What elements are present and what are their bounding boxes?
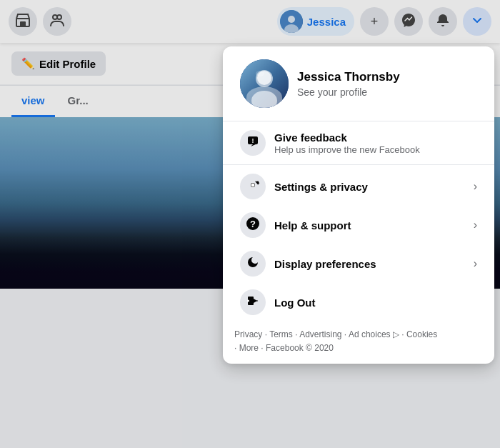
display-icon-container	[240, 251, 266, 277]
terms-link[interactable]: Terms	[269, 329, 293, 339]
dropdown-item-feedback[interactable]: ! Give feedback Help us improve the new …	[229, 124, 489, 161]
help-chevron: ›	[474, 219, 477, 232]
svg-point-11	[251, 91, 277, 108]
feedback-icon-container: !	[240, 130, 266, 156]
logout-icon	[246, 294, 260, 312]
svg-rect-20	[253, 300, 258, 301]
logout-title: Log Out	[274, 297, 477, 309]
logout-icon-container	[240, 289, 266, 315]
dropdown-see-profile: See your profile	[297, 86, 400, 98]
svg-point-19	[247, 299, 249, 302]
help-icon-container: ?	[240, 212, 266, 238]
settings-icon-container	[240, 174, 266, 199]
more-link[interactable]: More	[239, 343, 259, 353]
feedback-subtitle: Help us improve the new Facebook	[274, 144, 477, 155]
moon-icon	[246, 255, 260, 273]
help-icon: ?	[246, 216, 260, 234]
gear-icon	[246, 178, 260, 196]
divider-after-profile	[223, 121, 494, 121]
settings-chevron: ›	[474, 180, 477, 193]
advertising-link[interactable]: Advertising	[299, 329, 341, 339]
feedback-icon: !	[246, 134, 260, 152]
dropdown-item-settings[interactable]: Settings & privacy ›	[229, 168, 489, 205]
settings-title: Settings & privacy	[274, 181, 465, 193]
dropdown-item-logout[interactable]: Log Out	[229, 284, 489, 321]
ad-choices-link[interactable]: Ad choices ▷	[349, 329, 399, 339]
svg-point-10	[257, 71, 271, 85]
dropdown-menu: Jessica Thornsby See your profile ! Give…	[223, 46, 494, 364]
display-title: Display preferences	[274, 258, 465, 270]
svg-rect-9	[240, 59, 289, 108]
svg-point-12	[256, 71, 264, 76]
help-title: Help & support	[274, 219, 465, 232]
svg-text:!: !	[252, 137, 254, 144]
help-text: Help & support	[274, 219, 465, 232]
footer-links: Privacy · Terms · Advertising · Ad choic…	[234, 329, 437, 353]
dropdown-user-name: Jessica Thornsby	[297, 69, 400, 85]
settings-text: Settings & privacy	[274, 181, 465, 193]
svg-text:?: ?	[250, 219, 256, 229]
cookies-link[interactable]: Cookies	[406, 329, 437, 339]
logout-text: Log Out	[274, 297, 477, 309]
dropdown-footer: Privacy · Terms · Advertising · Ad choic…	[223, 322, 494, 358]
feedback-text: Give feedback Help us improve the new Fa…	[274, 131, 477, 155]
svg-point-15	[251, 183, 255, 186]
dropdown-profile-item[interactable]: Jessica Thornsby See your profile	[229, 52, 489, 118]
dropdown-item-help[interactable]: ? Help & support ›	[229, 206, 489, 244]
dropdown-avatar	[240, 59, 289, 108]
feedback-title: Give feedback	[274, 131, 477, 144]
display-text: Display preferences	[274, 258, 465, 270]
dropdown-profile-info: Jessica Thornsby See your profile	[297, 69, 400, 98]
copyright: Facebook © 2020	[266, 343, 334, 353]
dropdown-item-display[interactable]: Display preferences ›	[229, 245, 489, 282]
divider-after-feedback	[223, 164, 494, 165]
display-chevron: ›	[474, 257, 477, 270]
privacy-link[interactable]: Privacy	[234, 329, 262, 339]
